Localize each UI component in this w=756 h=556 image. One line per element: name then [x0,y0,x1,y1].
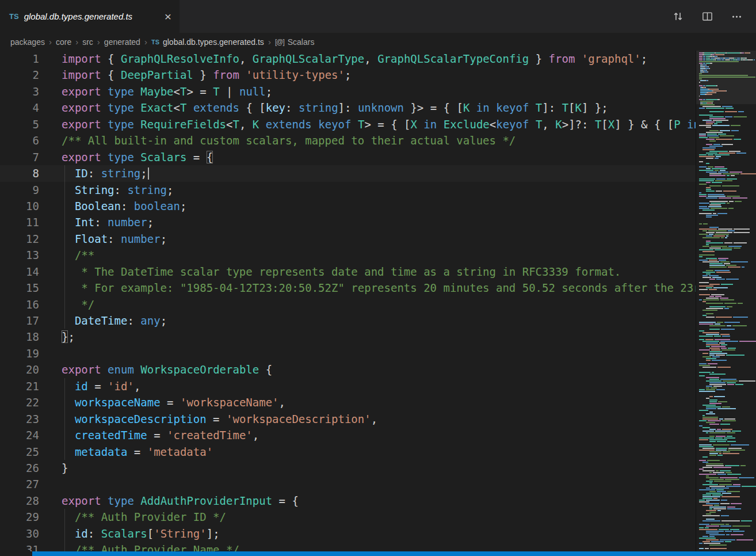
line-number[interactable]: 22 [0,394,39,410]
code-line[interactable]: 20export enum WorkspaceOrderable { [0,361,696,378]
code-text: ID: string; [39,165,149,181]
typescript-file-icon: TS [151,39,159,45]
breadcrumb-label: src [82,37,93,47]
code-line[interactable]: 25 metadata = 'metadata' [0,444,696,460]
line-number[interactable]: 31 [0,542,39,551]
line-number[interactable]: 5 [0,116,39,132]
code-line[interactable]: 29 /** Auth Provider ID */ [0,509,696,525]
code-text: DateTime: any; [39,313,167,329]
text-cursor [148,167,149,180]
code-text: Float: number; [39,231,167,247]
breadcrumb-label: packages [10,37,45,47]
code-line[interactable]: 21 id = 'id', [0,378,696,394]
code-line[interactable]: 24 createdTime = 'createdTime', [0,427,696,443]
line-number[interactable]: 29 [0,509,39,525]
code-text [39,476,62,492]
code-line[interactable]: 12 Float: number; [0,231,696,247]
code-editor[interactable]: 1import { GraphQLResolveInfo, GraphQLSca… [0,51,756,551]
code-line[interactable]: 6/** All built-in and custom scalars, ma… [0,132,696,148]
code-line[interactable]: 4export type Exact<T extends { [key: str… [0,100,696,116]
line-number[interactable]: 16 [0,296,39,313]
line-number[interactable]: 27 [0,476,39,492]
code-line[interactable]: 31 /** Auth Provider Name */ [0,542,696,551]
code-line[interactable]: 11 Int: number; [0,214,696,230]
code-text: metadata = 'metadata' [39,444,213,460]
code-line[interactable]: 15 * For example: "1985-04-12T23:20:50.5… [0,280,696,296]
status-bar-blue-strip [32,551,756,556]
breadcrumb-item[interactable]: packages [10,37,45,47]
line-number[interactable]: 26 [0,460,39,476]
line-number[interactable]: 20 [0,361,39,378]
line-number[interactable]: 28 [0,493,39,509]
code-line[interactable]: 7export type Scalars = { [0,149,696,165]
line-number[interactable]: 15 [0,280,39,296]
line-number[interactable]: 24 [0,427,39,443]
code-line[interactable]: 9 String: string; [0,182,696,198]
tab-global-db-types-generated[interactable]: TS global.db.types.generated.ts × [0,0,180,33]
status-bar [0,551,756,556]
breadcrumb-item[interactable]: src [82,37,93,47]
code-line[interactable]: 19 [0,345,696,361]
breadcrumb-item[interactable]: TSglobal.db.types.generated.ts [151,37,264,47]
line-number[interactable]: 7 [0,149,39,165]
line-number[interactable]: 10 [0,198,39,214]
line-number[interactable]: 8 [0,165,39,181]
line-number[interactable]: 30 [0,525,39,542]
line-number[interactable]: 13 [0,247,39,263]
code-line[interactable]: 28export type AddAuthProviderInput = { [0,493,696,509]
breadcrumb-item[interactable]: generated [104,37,140,47]
code-line[interactable]: 10 Boolean: boolean; [0,198,696,214]
line-number[interactable]: 2 [0,67,39,83]
code-line[interactable]: 30 id: Scalars['String']; [0,525,696,542]
breadcrumb-item[interactable]: [@]Scalars [275,37,315,47]
code-line[interactable]: 22 workspaceName = 'workspaceName', [0,394,696,410]
code-text: workspaceDescription = 'workspaceDescrip… [39,411,377,427]
code-text: Boolean: boolean; [39,198,186,214]
code-line[interactable]: 8 ID: string; [0,165,696,181]
line-number[interactable]: 23 [0,411,39,427]
line-number[interactable]: 11 [0,214,39,230]
line-number[interactable]: 9 [0,182,39,198]
code-line[interactable]: 27 [0,476,696,492]
minimap[interactable] [696,51,756,551]
code-line[interactable]: 2import { DeepPartial } from 'utility-ty… [0,67,696,83]
line-number[interactable]: 3 [0,83,39,100]
line-number[interactable]: 25 [0,444,39,460]
code-text: id: Scalars['String']; [39,525,220,542]
minimap-viewport[interactable] [696,51,756,104]
code-line[interactable]: 17 DateTime: any; [0,313,696,329]
split-editor-icon[interactable] [702,11,713,22]
code-line[interactable]: 13 /** [0,247,696,263]
breadcrumb-item[interactable]: core [56,37,71,47]
code-text: export type AddAuthProviderInput = { [39,493,299,509]
code-text: workspaceName = 'workspaceName', [39,394,285,410]
line-number[interactable]: 12 [0,231,39,247]
code-text: export type Maybe<T> = T | null; [39,83,272,100]
code-text: }; [39,329,75,345]
code-line[interactable]: 16 */ [0,296,696,313]
line-number[interactable]: 19 [0,345,39,361]
code-line[interactable]: 3export type Maybe<T> = T | null; [0,83,696,100]
code-text: /** All built-in and custom scalars, map… [39,132,516,148]
close-tab-icon[interactable]: × [162,9,174,24]
code-text: /** Auth Provider ID */ [39,509,226,525]
breadcrumb-separator: › [75,37,78,47]
code-line[interactable]: 1import { GraphQLResolveInfo, GraphQLSca… [0,51,696,67]
more-actions-icon[interactable] [731,11,742,22]
open-changes-icon[interactable] [673,11,684,22]
code-line[interactable]: 26} [0,460,696,476]
line-number[interactable]: 4 [0,100,39,116]
code-line[interactable]: 14 * The DateTime scalar type represents… [0,264,696,280]
code-line[interactable]: 5export type RequireFields<T, K extends … [0,116,696,132]
vscode-window: TS global.db.types.generated.ts × [0,0,756,556]
line-number[interactable]: 6 [0,132,39,148]
line-number[interactable]: 21 [0,378,39,394]
line-number[interactable]: 1 [0,51,39,67]
line-number[interactable]: 14 [0,264,39,280]
breadcrumb: packages›core›src›generated›TSglobal.db.… [0,33,756,51]
code-line[interactable]: 23 workspaceDescription = 'workspaceDesc… [0,411,696,427]
code-line[interactable]: 18}; [0,329,696,345]
line-number[interactable]: 18 [0,329,39,345]
code-text: export type Exact<T extends { [key: stri… [39,100,608,116]
line-number[interactable]: 17 [0,313,39,329]
